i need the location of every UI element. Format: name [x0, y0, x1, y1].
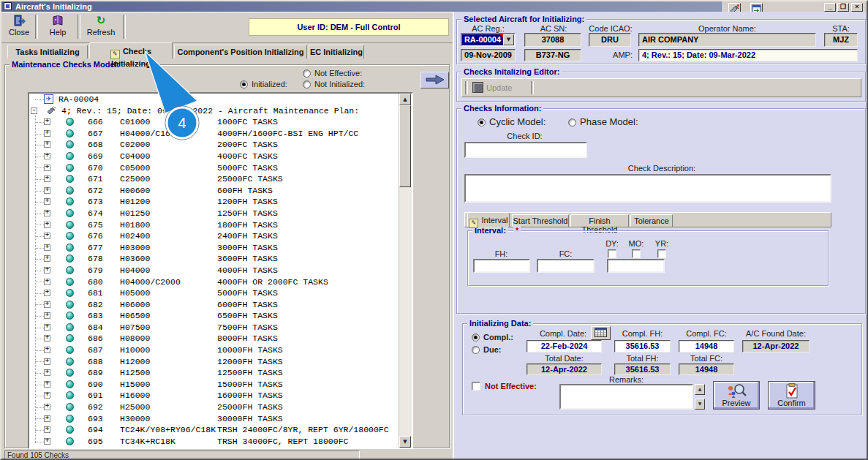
tree-check-row[interactable]: +688H1200012000FH TASKS	[29, 356, 399, 368]
remarks-scroll-up-icon[interactable]: ▲	[695, 384, 705, 395]
expand-icon[interactable]: +	[44, 141, 50, 148]
tree-check-row[interactable]: +669C040004000FC TASKS	[29, 151, 399, 162]
tree-plan-row[interactable]: - 4; Rev.: 15; Date: 09-Mar-2022 - Aircr…	[29, 105, 399, 117]
expand-icon[interactable]: +	[44, 244, 50, 251]
expand-icon[interactable]: +	[44, 233, 50, 239]
interval-fc-input[interactable]	[537, 259, 595, 273]
expand-icon[interactable]: +	[44, 404, 50, 410]
ac-reg-combobox[interactable]: RA-00004 ▼	[461, 33, 516, 47]
expand-icon[interactable]: +	[44, 426, 50, 433]
scroll-down-icon[interactable]: ▼	[399, 436, 411, 448]
tree-root-row[interactable]: ✈ RA-00004	[29, 94, 399, 105]
compl-fc-value[interactable]: 14948	[679, 340, 734, 352]
tree-check-row[interactable]: +694TC24K/Y08+RY06/C18KTRSH 24000FC/8YR,…	[29, 424, 399, 436]
expand-icon[interactable]: +	[44, 187, 50, 194]
check-id-input[interactable]	[464, 142, 587, 158]
expand-icon[interactable]: +	[44, 347, 50, 353]
expand-icon[interactable]: +	[44, 392, 50, 399]
expand-icon[interactable]: +	[44, 324, 50, 331]
expand-icon[interactable]: +	[44, 415, 50, 422]
expand-icon[interactable]: +	[44, 290, 50, 296]
expand-icon[interactable]: +	[44, 118, 50, 125]
expand-icon[interactable]: +	[44, 335, 50, 342]
expand-icon[interactable]: +	[44, 279, 50, 285]
update-button[interactable]: Update	[471, 80, 525, 95]
help-button[interactable]: Help	[39, 14, 76, 39]
tree-check-row[interactable]: +674H012501250FH TASKS	[29, 208, 399, 219]
tab-checks-initializing[interactable]: ✎Checks Initializing	[89, 42, 173, 59]
radio-compl[interactable]	[472, 333, 480, 342]
tab-ec-initializing[interactable]: EC Initializing	[309, 45, 364, 59]
restore-button[interactable]: ❐	[837, 3, 849, 12]
tree-check-row[interactable]: +670C050005000FC TASKS	[29, 162, 399, 174]
collapse-icon[interactable]: -	[31, 108, 37, 114]
tree-check-row[interactable]: +690H1500015000FH TASKS	[29, 379, 399, 391]
tree-check-row[interactable]: +681H050005000FH TASKS	[29, 287, 399, 299]
subtab-interval[interactable]: ✎Interval	[467, 212, 510, 227]
tree-check-row[interactable]: +684H075007500FH TASKS	[29, 322, 399, 333]
tree-check-row[interactable]: +673H012001200FH TASKS	[29, 196, 399, 208]
tree-check-row[interactable]: +683H065006500FH TASKS	[29, 310, 399, 322]
tree-check-row[interactable]: +667H04000/C16004000FH/1600FC-BSI ENG HP…	[29, 128, 399, 140]
radio-due[interactable]	[472, 346, 480, 354]
expand-icon[interactable]: +	[44, 358, 50, 365]
expand-icon[interactable]: +	[44, 165, 50, 171]
remarks-input[interactable]	[559, 384, 693, 410]
radio-not-effective[interactable]	[303, 69, 311, 78]
expand-icon[interactable]: +	[44, 369, 50, 376]
remarks-scroll-down-icon[interactable]: ▼	[695, 399, 705, 410]
tab-tasks-initializing[interactable]: Tasks Initializing	[7, 45, 88, 59]
interval-fh-input[interactable]	[473, 259, 530, 273]
radio-initialized[interactable]	[240, 80, 248, 88]
radio-cyclic-model[interactable]	[478, 118, 486, 127]
tree-check-row[interactable]: +686H080008000FH TASKS	[29, 333, 399, 344]
tree-check-row[interactable]: +668C020002000FC TASKS	[29, 139, 399, 151]
tree-check-row[interactable]: +692H2500025000FH TASKS	[29, 401, 399, 413]
tree-check-row[interactable]: +695TC34K+RC18KTRSH 34000FC, REPT 18000F…	[29, 436, 399, 448]
tree-check-row[interactable]: +666C010001000FC TASKS	[29, 116, 399, 128]
expand-icon[interactable]: +	[44, 267, 50, 274]
scroll-thumb[interactable]	[399, 105, 411, 187]
expand-icon[interactable]: +	[44, 438, 50, 445]
tree-check-row[interactable]: +682H060006000FH TASKS	[29, 299, 399, 311]
yr-checkbox[interactable]	[657, 249, 666, 258]
tree-check-row[interactable]: +675H018001800FH TASKS	[29, 219, 399, 231]
dropdown-arrow-icon[interactable]: ▼	[503, 34, 514, 45]
preview-button[interactable]: Preview	[713, 381, 760, 410]
minimize-button[interactable]: _	[824, 3, 836, 12]
expand-icon[interactable]: +	[44, 198, 50, 205]
tree-check-row[interactable]: +693H3000030000FH TASKS	[29, 413, 399, 425]
tree-check-row[interactable]: +689H1250012500FH TASKS	[29, 367, 399, 379]
not-effective-checkbox[interactable]	[472, 382, 480, 391]
radio-not-initialized[interactable]	[303, 80, 311, 88]
tree-check-row[interactable]: +672H00600600FH TASKS	[29, 185, 399, 197]
dy-checkbox[interactable]	[608, 249, 616, 258]
tab-components-position-initializing[interactable]: Component's Position Initializing	[174, 45, 307, 59]
expand-icon[interactable]: +	[44, 312, 50, 319]
close-button[interactable]: Close	[3, 14, 35, 39]
expand-icon[interactable]: +	[44, 210, 50, 216]
interval-calendar-input[interactable]	[607, 259, 665, 273]
expand-icon[interactable]: +	[44, 255, 50, 262]
mo-checkbox[interactable]	[632, 249, 641, 258]
calendar-button[interactable]	[591, 326, 611, 340]
subtab-finish-threshold[interactable]: Finish Threshold	[570, 214, 629, 227]
tree-check-row[interactable]: +691H1600016000FH TASKS	[29, 390, 399, 401]
move-arrow-button[interactable]	[420, 72, 449, 88]
tree-check-row[interactable]: +676H024002400FH TASKS	[29, 230, 399, 242]
tree-check-row[interactable]: +677H030003000FH TASKS	[29, 242, 399, 254]
tree-check-row[interactable]: +680H04000/C20004000FH OR 2000FC TASKS	[29, 276, 399, 288]
tree-scrollbar[interactable]: ▲ ▼	[399, 94, 412, 448]
radio-phase-model[interactable]	[568, 118, 576, 127]
tree-check-row[interactable]: +679H040004000FH TASKS	[29, 265, 399, 276]
close-window-button[interactable]: ×	[851, 3, 863, 12]
tree-check-row[interactable]: +678H036003600FH TASKS	[29, 253, 399, 265]
expand-icon[interactable]: +	[44, 222, 50, 228]
compl-date-value[interactable]: 22-Feb-2024	[527, 340, 602, 352]
compl-fh-value[interactable]: 35616.53	[614, 340, 671, 352]
expand-icon[interactable]: +	[44, 176, 50, 182]
tree-check-row[interactable]: +671C2500025000FC TASKS	[29, 173, 399, 185]
confirm-button[interactable]: Confirm	[768, 381, 815, 410]
subtab-tolerance[interactable]: Tolerance	[630, 214, 673, 227]
expand-icon[interactable]: +	[44, 381, 50, 388]
